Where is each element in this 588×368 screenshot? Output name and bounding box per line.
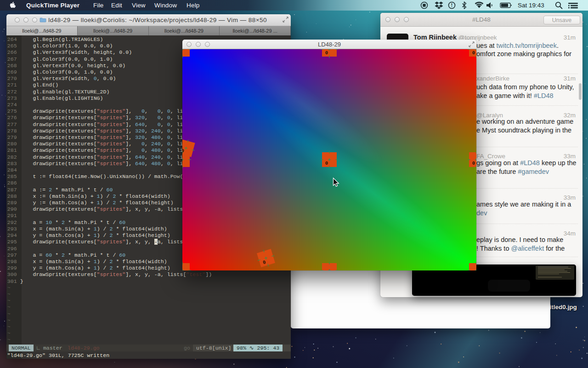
svg-text:!: ! (451, 3, 452, 8)
